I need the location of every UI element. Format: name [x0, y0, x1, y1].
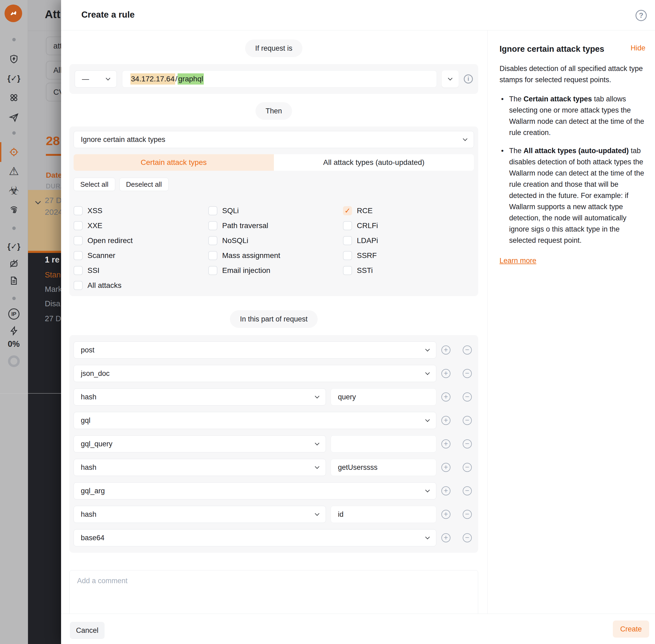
add-part-button[interactable] — [441, 416, 450, 425]
add-part-button[interactable] — [441, 369, 450, 378]
attack-type-ssti[interactable]: SSTi — [343, 266, 378, 275]
wallarm-logo-icon[interactable] — [4, 4, 22, 22]
attack-type-open-redirect[interactable]: Open redirect — [74, 236, 208, 245]
remove-part-button[interactable] — [463, 392, 472, 401]
remove-part-button[interactable] — [463, 463, 472, 472]
attack-type-ssi[interactable]: SSI — [74, 266, 208, 275]
attack-type-email-injection[interactable]: Email injection — [208, 266, 343, 275]
part-select[interactable]: hash — [74, 459, 326, 476]
api-spec-icon[interactable]: {✓} — [8, 73, 19, 84]
remove-part-button[interactable] — [463, 369, 472, 378]
attack-type-scanner[interactable]: Scanner — [74, 251, 208, 260]
attack-type-rce[interactable]: RCE — [343, 206, 378, 215]
incidents-warning-icon[interactable]: ⚠ — [8, 166, 19, 177]
checkbox[interactable] — [208, 266, 217, 275]
remove-part-button[interactable] — [463, 510, 472, 519]
attack-type-all-attacks[interactable]: All attacks — [74, 281, 208, 290]
checkbox[interactable] — [208, 221, 217, 230]
select-all-button[interactable]: Select all — [74, 178, 115, 191]
status-link[interactable]: Stan — [45, 271, 61, 279]
uri-expand-button[interactable] — [442, 70, 459, 88]
part-select[interactable]: hash — [74, 506, 326, 523]
checkbox[interactable] — [74, 251, 83, 260]
part-key-input[interactable] — [331, 506, 436, 523]
attack-type-ssrf[interactable]: SSRF — [343, 251, 378, 260]
attack-type-xxe[interactable]: XXE — [74, 221, 208, 230]
checkbox[interactable] — [208, 236, 217, 245]
filter-chip[interactable]: CV — [46, 83, 61, 101]
filter-chip[interactable]: All — [46, 61, 61, 79]
part-select[interactable]: gql — [74, 412, 436, 429]
nodes-icon[interactable] — [8, 92, 19, 103]
attacks-target-icon[interactable] — [8, 147, 19, 157]
part-select[interactable]: hash — [74, 388, 326, 406]
add-part-button[interactable] — [441, 486, 450, 496]
checkbox[interactable] — [343, 266, 352, 275]
bot-protection-icon[interactable] — [8, 258, 19, 269]
part-select[interactable]: base64 — [74, 529, 436, 546]
uri-input[interactable]: 34.172.17.64/graphql — [122, 70, 437, 88]
part-key-input[interactable] — [331, 388, 436, 406]
part-select[interactable]: gql_query — [74, 435, 326, 453]
learn-more-link[interactable]: Learn more — [499, 257, 536, 265]
chevron-down-icon[interactable] — [35, 199, 41, 204]
tab-all-attack-types[interactable]: All attack types (auto-updated) — [274, 154, 474, 171]
add-part-button[interactable] — [441, 345, 450, 354]
checkbox[interactable] — [343, 251, 352, 260]
part-key-input[interactable] — [331, 435, 436, 453]
checkbox[interactable] — [74, 236, 83, 245]
attack-type-path-traversal[interactable]: Path traversal — [208, 221, 343, 230]
checkbox[interactable] — [74, 281, 83, 290]
hide-link[interactable]: Hide — [630, 44, 646, 52]
add-part-button[interactable] — [441, 392, 450, 401]
checkbox-checked[interactable] — [343, 206, 352, 215]
avatar-ring[interactable] — [8, 355, 20, 367]
info-icon[interactable] — [464, 74, 473, 84]
mark-action[interactable]: Mark — [45, 285, 61, 294]
shield-attack-icon[interactable] — [8, 54, 19, 65]
checkbox[interactable] — [74, 221, 83, 230]
attack-type-ldapi[interactable]: LDAPi — [343, 236, 378, 245]
checkbox[interactable] — [343, 221, 352, 230]
add-part-button[interactable] — [441, 439, 450, 448]
vulnerabilities-biohazard-icon[interactable]: ☣ — [8, 185, 19, 196]
deselect-all-button[interactable]: Deselect all — [119, 178, 168, 191]
part-select[interactable]: json_doc — [74, 365, 436, 382]
ip-lists-icon[interactable]: IP — [8, 308, 20, 320]
tab-certain-attack-types[interactable]: Certain attack types — [74, 154, 274, 171]
add-part-button[interactable] — [441, 510, 450, 519]
disable-action[interactable]: Disa — [45, 299, 60, 308]
date-column-label[interactable]: Date — [46, 171, 61, 180]
help-question-icon[interactable] — [635, 10, 647, 21]
reports-document-icon[interactable] — [8, 275, 19, 286]
attack-type-sqli[interactable]: SQLi — [208, 206, 343, 215]
part-select[interactable]: post — [74, 342, 436, 359]
fingerprint-icon[interactable] — [8, 204, 19, 215]
filter-chip[interactable]: att — [46, 37, 61, 55]
send-plane-icon[interactable] — [8, 112, 19, 123]
checkbox[interactable] — [208, 251, 217, 260]
remove-part-button[interactable] — [463, 439, 472, 448]
remove-part-button[interactable] — [463, 345, 472, 354]
attack-type-nosqli[interactable]: NoSQLi — [208, 236, 343, 245]
part-key-input[interactable] — [331, 459, 436, 476]
comment-input[interactable] — [69, 570, 478, 618]
checkbox[interactable] — [343, 236, 352, 245]
rules-icon[interactable]: {✓} — [8, 241, 19, 252]
cancel-button[interactable]: Cancel — [70, 622, 104, 639]
remove-part-button[interactable] — [463, 486, 472, 496]
remove-part-button[interactable] — [463, 533, 472, 542]
checkbox[interactable] — [74, 266, 83, 275]
attack-type-mass-assignment[interactable]: Mass assignment — [208, 251, 343, 260]
add-part-button[interactable] — [441, 533, 450, 542]
remove-part-button[interactable] — [463, 416, 472, 425]
selected-attack-row[interactable]: 27 D 2024 — [28, 190, 61, 251]
checkbox[interactable] — [74, 206, 83, 215]
add-part-button[interactable] — [441, 463, 450, 472]
rule-action-select[interactable]: Ignore certain attack types — [74, 131, 474, 148]
part-select[interactable]: gql_arg — [74, 482, 436, 500]
attack-type-crlfi[interactable]: CRLFi — [343, 221, 378, 230]
checkbox[interactable] — [208, 206, 217, 215]
method-select[interactable]: — — [75, 70, 117, 88]
triggers-bolt-icon[interactable] — [8, 325, 19, 336]
